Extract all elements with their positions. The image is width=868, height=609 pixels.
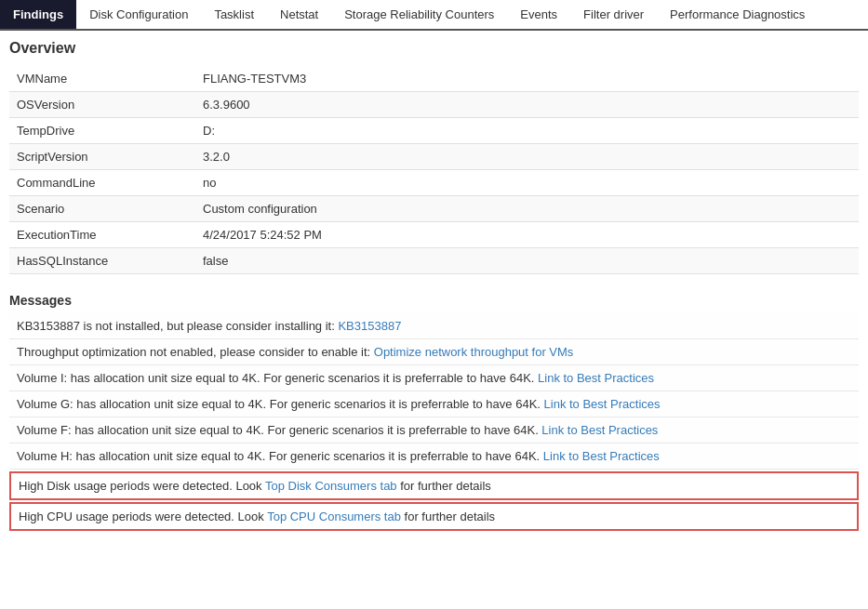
overview-value: FLIANG-TESTVM3: [195, 66, 859, 92]
messages-list: KB3153887 is not installed, but please c…: [9, 313, 859, 531]
message-link[interactable]: Link to Best Practices: [544, 397, 661, 411]
overview-value: Custom configuration: [195, 196, 859, 222]
message-item: Volume H: has allocation unit size equal…: [9, 444, 859, 470]
overview-label: ScriptVersion: [9, 144, 195, 170]
overview-row: ScriptVersion3.2.0: [9, 144, 859, 170]
tab-findings[interactable]: Findings: [0, 0, 76, 29]
overview-value: no: [195, 170, 859, 196]
overview-value: 6.3.9600: [195, 92, 859, 118]
overview-table: VMNameFLIANG-TESTVM3OSVersion6.3.9600Tem…: [9, 66, 859, 274]
overview-row: CommandLineno: [9, 170, 859, 196]
overview-row: OSVersion6.3.9600: [9, 92, 859, 118]
tab-tasklist[interactable]: Tasklist: [201, 0, 267, 29]
message-item: KB3153887 is not installed, but please c…: [9, 313, 859, 339]
message-link[interactable]: Link to Best Practices: [538, 371, 654, 385]
tab-bar: FindingsDisk ConfigurationTasklistNetsta…: [0, 0, 868, 31]
overview-title: Overview: [9, 40, 859, 57]
overview-label: VMName: [9, 66, 195, 92]
overview-label: OSVersion: [9, 92, 195, 118]
tab-storage-reliability[interactable]: Storage Reliability Counters: [331, 0, 507, 29]
overview-row: HasSQLInstancefalse: [9, 248, 859, 274]
overview-value: false: [195, 248, 859, 274]
message-item: Volume I: has allocation unit size equal…: [9, 365, 859, 391]
message-link[interactable]: Top CPU Consumers tab: [267, 510, 401, 523]
overview-row: VMNameFLIANG-TESTVM3: [9, 66, 859, 92]
message-item: Volume G: has allocation unit size equal…: [9, 391, 859, 417]
message-link[interactable]: Link to Best Practices: [541, 423, 658, 437]
overview-row: TempDriveD:: [9, 118, 859, 144]
tab-disk-configuration[interactable]: Disk Configuration: [76, 0, 201, 29]
overview-row: ScenarioCustom configuration: [9, 196, 859, 222]
overview-label: ExecutionTime: [9, 222, 195, 248]
tab-events[interactable]: Events: [507, 0, 570, 29]
tab-performance-diagnostics[interactable]: Performance Diagnostics: [657, 0, 818, 29]
overview-label: CommandLine: [9, 170, 195, 196]
overview-value: D:: [195, 118, 859, 144]
main-content: Overview VMNameFLIANG-TESTVM3OSVersion6.…: [0, 31, 868, 551]
tab-filter-driver[interactable]: Filter driver: [570, 0, 657, 29]
message-item: High Disk usage periods were detected. L…: [9, 471, 859, 500]
overview-label: Scenario: [9, 196, 195, 222]
messages-title: Messages: [9, 293, 859, 308]
tab-netstat[interactable]: Netstat: [267, 0, 331, 29]
message-link[interactable]: Top Disk Consumers tab: [265, 479, 397, 493]
message-link[interactable]: Optimize network throughput for VMs: [374, 345, 574, 359]
message-item: Volume F: has allocation unit size equal…: [9, 417, 859, 444]
message-link[interactable]: Link to Best Practices: [543, 449, 660, 463]
overview-label: TempDrive: [9, 118, 195, 144]
overview-row: ExecutionTime4/24/2017 5:24:52 PM: [9, 222, 859, 248]
overview-label: HasSQLInstance: [9, 248, 195, 274]
message-link[interactable]: KB3153887: [338, 319, 401, 333]
message-item: High CPU usage periods were detected. Lo…: [9, 502, 859, 531]
overview-value: 3.2.0: [195, 144, 859, 170]
overview-value: 4/24/2017 5:24:52 PM: [195, 222, 859, 248]
message-item: Throughput optimization not enabled, ple…: [9, 339, 859, 365]
